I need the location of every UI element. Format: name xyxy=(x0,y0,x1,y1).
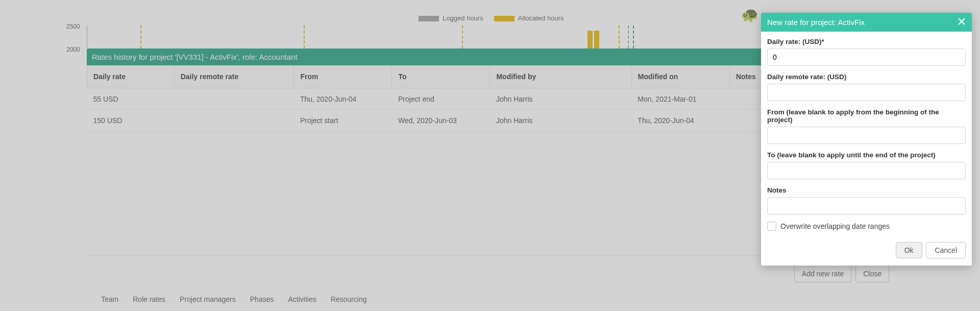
label-daily-rate: Daily rate: (USD)* xyxy=(767,38,966,45)
label-daily-remote-rate: Daily remote rate: (USD) xyxy=(767,73,966,81)
modal-title: New rate for project: ActivFix xyxy=(767,18,865,27)
label-overwrite: Overwrite overlapping date ranges xyxy=(780,222,890,230)
from-date-input[interactable] xyxy=(767,127,966,144)
notes-input[interactable] xyxy=(767,197,966,214)
modal-header: New rate for project: ActivFix xyxy=(761,13,972,32)
to-date-input[interactable] xyxy=(767,162,966,179)
new-rate-modal: New rate for project: ActivFix Daily rat… xyxy=(761,13,972,266)
cancel-button[interactable]: Cancel xyxy=(926,242,966,258)
label-to: To (leave blank to apply until the end o… xyxy=(767,151,966,159)
ok-button[interactable]: Ok xyxy=(896,242,922,258)
label-notes: Notes xyxy=(767,186,966,194)
close-icon[interactable] xyxy=(958,17,966,27)
overwrite-checkbox[interactable] xyxy=(767,222,776,231)
label-from: From (leave blank to apply from the begi… xyxy=(767,108,966,124)
daily-rate-input[interactable] xyxy=(767,49,966,66)
daily-remote-rate-input[interactable] xyxy=(767,84,966,101)
